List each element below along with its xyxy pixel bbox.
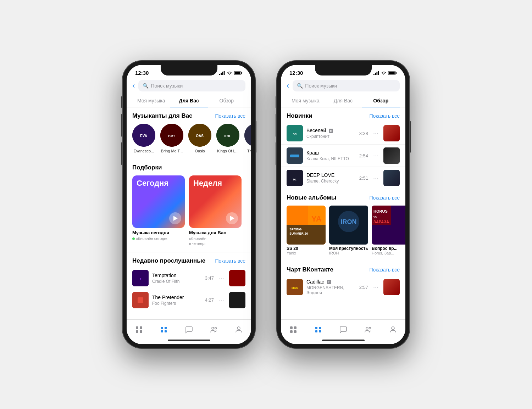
album-artist-horus: Horus, Зар... xyxy=(372,251,405,255)
artist-name-evanescence: Evanesco... xyxy=(134,149,154,153)
search-area-right: ‹ 🔍 Поиск музыки xyxy=(281,79,405,94)
chart-show-all[interactable]: Показать все xyxy=(370,267,400,273)
playlist-subtitle-week: обновлёнв четверг xyxy=(189,236,242,246)
playlists-title: Подборки xyxy=(132,164,162,171)
track-more-deeplove[interactable]: ··· xyxy=(372,174,380,182)
track-name-pretender: The Pretender xyxy=(152,295,201,300)
list-item[interactable]: OAS Oasis xyxy=(188,124,211,153)
back-button-right[interactable]: ‹ xyxy=(287,81,289,90)
track-more-pretender[interactable]: ··· xyxy=(217,296,226,304)
svg-text:IRON: IRON xyxy=(341,218,357,225)
tab-for-you-right[interactable]: Для Вас xyxy=(324,94,362,107)
list-item[interactable]: DL DEEP LOVE Slame, Cherocky 2:51 ··· xyxy=(281,167,405,189)
list-item[interactable]: BMT Bring Me T... xyxy=(160,124,183,153)
new-show-all[interactable]: Показать все xyxy=(370,113,400,119)
track-more-cadillac[interactable]: ··· xyxy=(372,284,380,291)
track-name-krash: Краш xyxy=(306,150,356,156)
svg-text:KOL: KOL xyxy=(225,134,232,138)
albums-show-all[interactable]: Показать все xyxy=(370,195,400,201)
track-more-krash[interactable]: ··· xyxy=(372,152,380,159)
svg-rect-34 xyxy=(373,73,375,75)
track-duration-pretender: 4:27 xyxy=(205,297,214,303)
nav-icon-profile-left[interactable] xyxy=(234,325,243,334)
battery-icon-right xyxy=(388,71,397,75)
track-duration-vesely: 3:38 xyxy=(359,131,368,136)
tab-for-you-left[interactable]: Для Вас xyxy=(170,94,207,107)
list-item[interactable]: EVA Evanesco... xyxy=(132,124,155,153)
artist-name-kings: Kings Of L... xyxy=(217,149,239,153)
albums-section-header: Новые альбомы Показать все xyxy=(281,189,405,204)
nav-icon-music-left[interactable] xyxy=(160,325,168,334)
svg-rect-3 xyxy=(224,71,225,75)
nav-icon-messages-right[interactable] xyxy=(339,325,347,334)
recent-section-header: Недавно прослушанные Показать все xyxy=(127,252,251,267)
svg-rect-0 xyxy=(219,73,220,75)
album-horus[interactable]: HORUS vs ЗАРАЗА Вопрос вр... Horus, Зар.… xyxy=(372,206,405,255)
list-item[interactable]: SC Веселей E Скриптонит 3:38 ··· xyxy=(281,122,405,145)
playlist-today[interactable]: Сегодня Музыка сегодня обновлён сегодня xyxy=(132,175,185,246)
svg-text:EVA: EVA xyxy=(140,134,147,138)
track-thumb-right1 xyxy=(229,270,245,286)
svg-rect-25 xyxy=(136,330,138,333)
track-thumb-right2 xyxy=(229,292,245,308)
search-bar-right[interactable]: 🔍 Поиск музыки xyxy=(293,80,400,91)
nav-icon-messages-left[interactable] xyxy=(184,325,193,334)
list-item[interactable]: KOL Kings Of L... xyxy=(216,124,239,153)
nav-icon-music-right[interactable] xyxy=(314,325,322,334)
list-item[interactable]: The Pretender Foo Fighters 4:27 ··· xyxy=(127,289,251,311)
albums-title: Новые альбомы xyxy=(287,194,336,201)
track-info-temptation: Temptation Cradle Of Filth xyxy=(152,273,201,284)
track-more-vesely[interactable]: ··· xyxy=(372,130,380,137)
list-item[interactable]: Краш Клава Кока, NILETTO 2:54 ··· xyxy=(281,145,405,167)
tab-my-music-left[interactable]: Моя музыка xyxy=(132,94,170,107)
play-button-week[interactable] xyxy=(226,212,238,224)
track-name-vesely: Веселей E xyxy=(306,128,356,133)
track-info-cadillac: Cadillac E MORGENSHTERN, Элджей xyxy=(306,279,356,295)
playlists-section-header: Подборки xyxy=(127,159,251,174)
tab-my-music-right[interactable]: Моя музыка xyxy=(287,94,324,107)
nav-icon-profile-right[interactable] xyxy=(389,325,397,334)
nav-icon-friends-right[interactable] xyxy=(364,325,372,334)
recent-show-all[interactable]: Показать все xyxy=(215,258,245,264)
album-artist-ss20: Yanix xyxy=(287,251,326,255)
svg-text:✦: ✦ xyxy=(139,278,142,281)
search-bar-left[interactable]: 🔍 Поиск музыки xyxy=(138,80,245,91)
play-button-today[interactable] xyxy=(169,212,181,224)
search-icon-right: 🔍 xyxy=(297,83,303,89)
album-ss20[interactable]: SPRING SUMMER 20 YA SS 20 Yanix xyxy=(287,206,326,255)
artist-name-oasis: Oasis xyxy=(195,149,205,153)
album-iroh[interactable]: IRON Моя преступность IROH xyxy=(329,206,368,255)
artist-avatar-three: 3DG xyxy=(244,124,251,147)
track-thumb-side-cadillac xyxy=(383,279,400,295)
tab-browse-left[interactable]: Обзор xyxy=(208,94,245,107)
playlist-title-today: Музыка сегодня xyxy=(132,230,185,235)
status-icons-left xyxy=(219,71,243,75)
list-item[interactable]: MGS Cadillac E MORGENSHTERN, Элджей 2:57… xyxy=(281,276,405,298)
album-title-ss20: SS 20 xyxy=(287,246,326,251)
track-more-temptation[interactable]: ··· xyxy=(217,274,226,282)
nav-icon-feed-left[interactable] xyxy=(135,325,143,334)
notch-left xyxy=(161,65,217,75)
nav-icon-friends-left[interactable] xyxy=(210,325,218,334)
list-item[interactable]: 3DG Three D... xyxy=(244,124,251,153)
list-item[interactable]: ✦ Temptation Cradle Of Filth 3:47 ··· xyxy=(127,267,251,289)
svg-text:YA: YA xyxy=(311,214,322,223)
svg-rect-19 xyxy=(229,270,245,286)
svg-rect-2 xyxy=(222,72,223,75)
track-name-cadillac: Cadillac E xyxy=(306,279,356,285)
back-button-left[interactable]: ‹ xyxy=(132,81,135,90)
album-cover-iroh: IRON xyxy=(329,206,368,245)
nav-icon-feed-right[interactable] xyxy=(289,325,298,334)
artist-avatar-kings: KOL xyxy=(216,124,239,147)
svg-rect-65 xyxy=(294,326,297,329)
svg-rect-68 xyxy=(315,327,317,329)
artists-show-all[interactable]: Показать все xyxy=(215,113,245,119)
svg-rect-70 xyxy=(315,330,317,332)
artists-section-header: Музыканты для Вас Показать все xyxy=(127,107,251,122)
svg-text:vs: vs xyxy=(373,215,377,219)
recent-title: Недавно прослушанные xyxy=(132,257,205,264)
tab-browse-right[interactable]: Обзор xyxy=(362,94,400,107)
svg-text:SUMMER 20: SUMMER 20 xyxy=(289,232,308,235)
track-thumb-side3 xyxy=(383,170,400,186)
playlist-week[interactable]: Неделя Музыка для Вас обновлёнв четверг xyxy=(189,175,242,246)
